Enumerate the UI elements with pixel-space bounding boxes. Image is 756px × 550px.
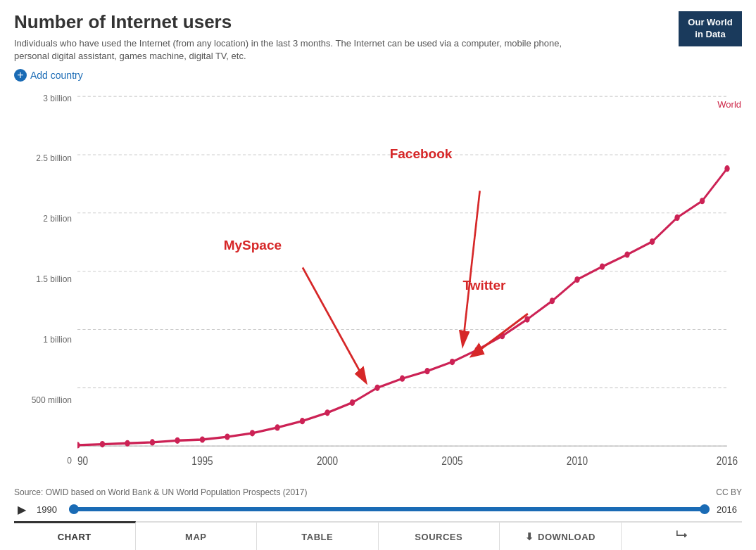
source-bar: Source: OWID based on World Bank & UN Wo… <box>14 485 742 499</box>
main-title: Number of Internet users <box>14 11 563 33</box>
svg-point-17 <box>300 418 305 424</box>
svg-line-43 <box>472 314 528 355</box>
svg-point-15 <box>250 430 255 436</box>
y-label-500m: 500 million <box>32 396 72 404</box>
tab-chart[interactable]: CHART <box>14 521 136 550</box>
tab-chart-label: CHART <box>58 532 92 542</box>
owid-logo: Our World in Data <box>679 11 742 46</box>
svg-line-42 <box>463 191 480 344</box>
svg-text:1990: 1990 <box>77 454 88 467</box>
title-block: Number of Internet users Individuals who… <box>14 11 563 63</box>
timeline-bar: ▶ 1990 2016 <box>14 499 742 521</box>
svg-point-34 <box>724 165 729 172</box>
svg-text:2010: 2010 <box>567 454 588 467</box>
svg-text:2000: 2000 <box>317 454 338 467</box>
svg-text:2005: 2005 <box>441 454 462 467</box>
y-label-1_5b: 1.5 billion <box>36 275 72 283</box>
svg-point-10 <box>125 440 130 446</box>
chart-plot: World MySpace Facebook Twitter <box>77 87 742 485</box>
license-text: CC BY <box>716 487 742 497</box>
tab-table[interactable]: TABLE <box>257 521 379 550</box>
tab-download-label: DOWNLOAD <box>538 532 596 542</box>
chart-svg: 1990 1995 2000 2005 2010 2016 <box>77 87 742 485</box>
tab-map[interactable]: MAP <box>136 521 258 550</box>
tab-download[interactable]: ⬇ DOWNLOAD <box>500 521 622 550</box>
tab-sources-label: SOURCES <box>415 532 462 542</box>
svg-point-30 <box>624 251 629 257</box>
svg-point-27 <box>550 298 555 304</box>
y-label-3b: 3 billion <box>43 94 72 103</box>
subtitle: Individuals who have used the Internet (… <box>14 37 563 63</box>
svg-point-29 <box>600 263 605 269</box>
svg-text:1995: 1995 <box>191 454 213 467</box>
tab-table-label: TABLE <box>301 532 333 542</box>
svg-point-28 <box>574 276 579 282</box>
y-label-0: 0 <box>67 456 72 465</box>
source-text: Source: OWID based on World Bank & UN Wo… <box>14 487 307 497</box>
svg-point-12 <box>175 437 179 443</box>
svg-point-22 <box>424 368 429 374</box>
page-wrapper: Number of Internet users Individuals who… <box>0 0 756 550</box>
svg-point-31 <box>650 238 655 245</box>
tab-bar: CHART MAP TABLE SOURCES ⬇ DOWNLOAD ⮡ <box>14 521 742 550</box>
svg-point-26 <box>524 316 529 322</box>
svg-text:2016: 2016 <box>717 454 738 467</box>
world-label: World <box>717 99 741 110</box>
timeline-slider[interactable] <box>69 507 710 511</box>
svg-point-23 <box>450 359 455 365</box>
start-year-label: 1990 <box>37 504 62 515</box>
svg-point-8 <box>77 442 80 448</box>
svg-point-18 <box>325 409 329 416</box>
add-country-label: Add country <box>30 70 83 81</box>
svg-point-21 <box>400 375 405 381</box>
add-country-button[interactable]: + Add country <box>14 69 742 82</box>
svg-line-41 <box>303 267 365 381</box>
svg-point-20 <box>374 384 379 390</box>
tab-sources[interactable]: SOURCES <box>379 521 500 550</box>
share-icon: ⮡ <box>676 530 688 543</box>
y-label-2_5b: 2.5 billion <box>36 154 72 162</box>
download-icon: ⬇ <box>525 531 534 542</box>
svg-point-32 <box>674 214 679 220</box>
svg-point-13 <box>200 436 205 442</box>
svg-point-19 <box>350 399 355 405</box>
slider-thumb-right[interactable] <box>700 504 710 514</box>
slider-thumb-left[interactable] <box>69 504 79 514</box>
svg-point-14 <box>225 433 229 440</box>
tab-share[interactable]: ⮡ <box>622 521 743 550</box>
y-label-2b: 2 billion <box>43 215 72 223</box>
header: Number of Internet users Individuals who… <box>14 11 742 63</box>
plus-icon: + <box>14 69 27 82</box>
svg-point-11 <box>150 439 155 445</box>
svg-point-16 <box>275 424 279 430</box>
chart-area: 3 billion 2.5 billion 2 billion 1.5 bill… <box>14 87 742 485</box>
tab-map-label: MAP <box>185 532 206 542</box>
y-axis: 3 billion 2.5 billion 2 billion 1.5 bill… <box>14 87 77 485</box>
play-button[interactable]: ▶ <box>14 501 30 517</box>
svg-point-9 <box>100 441 105 447</box>
y-label-1b: 1 billion <box>43 335 72 344</box>
end-year-label: 2016 <box>717 504 742 515</box>
svg-point-33 <box>700 198 705 204</box>
